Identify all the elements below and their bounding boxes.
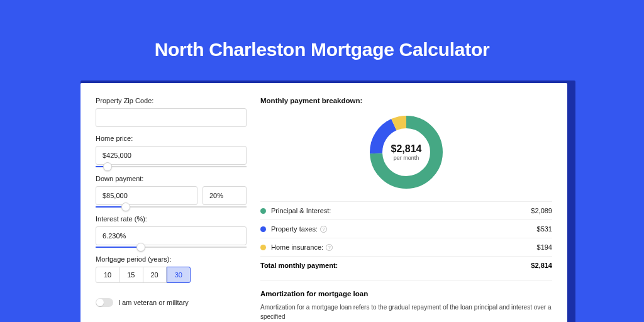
donut-chart-wrap: $2,814 per month: [260, 109, 552, 201]
home-price-slider[interactable]: [96, 166, 247, 167]
legend-label-insurance: Home insurance: ?: [271, 243, 333, 251]
veteran-row: I am veteran or military: [96, 298, 247, 307]
donut-chart: $2,814 per month: [369, 114, 444, 190]
period-option-10[interactable]: 10: [96, 267, 119, 283]
field-zip: Property Zip Code:: [96, 97, 247, 127]
legend-label-taxes-text: Property taxes:: [271, 225, 318, 233]
period-option-15[interactable]: 15: [119, 267, 143, 283]
donut-sub: per month: [394, 155, 419, 161]
interest-rate-input[interactable]: [96, 226, 247, 245]
legend-row-insurance: Home insurance: ? $194: [260, 238, 552, 256]
home-price-input[interactable]: [96, 146, 247, 165]
legend-total-row: Total monthly payment: $2,814: [260, 256, 552, 274]
down-payment-label: Down payment:: [96, 175, 247, 182]
mortgage-period-options: 10 15 20 30: [96, 267, 247, 283]
breakdown-title: Monthly payment breakdown:: [260, 97, 552, 104]
donut-amount: $2,814: [391, 143, 422, 155]
info-icon[interactable]: ?: [320, 226, 327, 233]
legend-row-principal: Principal & Interest: $2,089: [260, 201, 552, 219]
interest-rate-label: Interest rate (%):: [96, 215, 247, 223]
mortgage-period-label: Mortgage period (years):: [96, 255, 247, 263]
down-payment-slider-thumb[interactable]: [121, 203, 130, 211]
home-price-slider-thumb[interactable]: [103, 162, 112, 171]
down-payment-percent-input[interactable]: [203, 186, 247, 205]
breakdown-panel: Monthly payment breakdown: $2,814 per mo…: [260, 97, 552, 322]
legend-value-insurance: $194: [537, 243, 552, 251]
form-panel: Property Zip Code: Home price: Down paym…: [96, 97, 247, 322]
field-down-payment: Down payment:: [96, 175, 247, 208]
veteran-toggle[interactable]: [96, 298, 113, 307]
legend-value-taxes: $531: [537, 225, 552, 233]
period-option-30[interactable]: 30: [167, 267, 191, 283]
legend-dot-insurance: [260, 245, 266, 250]
zip-input[interactable]: [96, 108, 247, 127]
donut-center: $2,814 per month: [369, 114, 444, 190]
interest-rate-slider[interactable]: [96, 247, 247, 248]
field-home-price: Home price:: [96, 135, 247, 167]
legend-total-value: $2,814: [531, 262, 552, 269]
calculator-card: Property Zip Code: Home price: Down paym…: [80, 83, 567, 322]
legend-total-label: Total monthly payment:: [260, 262, 338, 269]
amortization-section: Amortization for mortgage loan Amortizat…: [260, 280, 552, 321]
legend-label-insurance-text: Home insurance:: [271, 243, 323, 251]
amortization-title: Amortization for mortgage loan: [260, 290, 552, 297]
field-interest-rate: Interest rate (%):: [96, 215, 247, 248]
legend-value-principal: $2,089: [531, 207, 552, 214]
interest-rate-slider-thumb[interactable]: [136, 243, 145, 252]
amortization-text: Amortization for a mortgage loan refers …: [260, 303, 552, 321]
zip-label: Property Zip Code:: [96, 97, 247, 104]
field-mortgage-period: Mortgage period (years): 10 15 20 30: [96, 255, 247, 283]
interest-rate-slider-fill: [96, 247, 141, 248]
period-option-20[interactable]: 20: [143, 267, 167, 283]
info-icon[interactable]: ?: [326, 244, 333, 251]
page-title: North Charleston Mortgage Calculator: [0, 0, 644, 77]
legend-dot-taxes: [260, 226, 266, 232]
home-price-label: Home price:: [96, 135, 247, 142]
legend-dot-principal: [260, 208, 266, 214]
down-payment-amount-input[interactable]: [96, 186, 197, 205]
veteran-label: I am veteran or military: [118, 299, 189, 306]
down-payment-slider[interactable]: [96, 206, 247, 208]
legend-row-taxes: Property taxes: ? $531: [260, 219, 552, 238]
veteran-toggle-knob: [96, 299, 104, 306]
legend-label-taxes: Property taxes: ?: [271, 225, 327, 233]
legend-label-principal: Principal & Interest:: [271, 207, 331, 214]
